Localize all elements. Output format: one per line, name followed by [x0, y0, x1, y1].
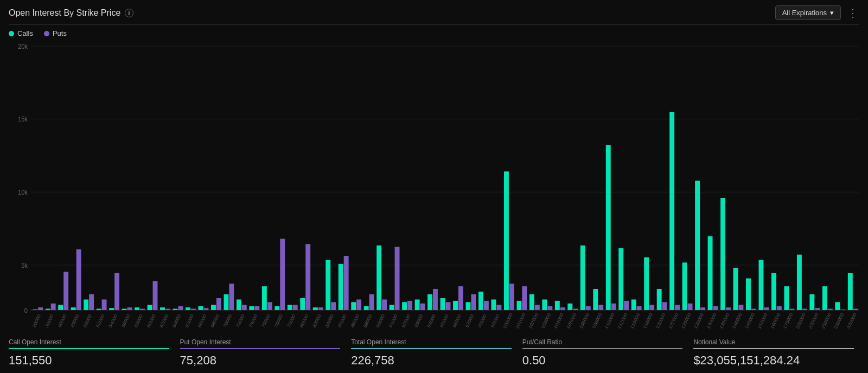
- svg-rect-80: [478, 292, 483, 310]
- legend: Calls Puts: [9, 25, 859, 40]
- svg-text:78000: 78000: [286, 313, 296, 329]
- info-icon[interactable]: ℹ: [125, 9, 133, 17]
- svg-text:220000: 220000: [808, 312, 819, 330]
- svg-text:20000: 20000: [31, 313, 42, 329]
- legend-puts: Puts: [44, 29, 67, 37]
- svg-rect-85: [509, 284, 514, 310]
- legend-calls: Calls: [9, 29, 33, 37]
- svg-rect-49: [280, 239, 285, 310]
- svg-rect-21: [102, 299, 107, 310]
- svg-text:108000: 108000: [591, 312, 603, 330]
- svg-rect-45: [254, 306, 259, 310]
- svg-text:160000: 160000: [769, 312, 781, 330]
- svg-rect-50: [288, 305, 292, 310]
- notional-label: Notional Value: [693, 338, 854, 346]
- svg-rect-14: [58, 305, 63, 310]
- svg-text:56000: 56000: [120, 313, 131, 329]
- svg-rect-23: [114, 273, 119, 310]
- svg-text:80000: 80000: [299, 313, 309, 329]
- svg-rect-86: [516, 301, 521, 310]
- svg-rect-117: [713, 306, 718, 310]
- expiry-dropdown[interactable]: All Expirations ▾: [775, 5, 841, 20]
- svg-text:98000: 98000: [477, 313, 488, 329]
- svg-text:130000: 130000: [706, 312, 717, 330]
- svg-rect-123: [751, 308, 756, 310]
- svg-text:65000: 65000: [184, 313, 195, 329]
- svg-rect-104: [631, 299, 636, 310]
- svg-rect-65: [382, 299, 387, 310]
- svg-rect-42: [237, 299, 241, 310]
- svg-rect-52: [300, 298, 305, 310]
- svg-rect-71: [420, 304, 425, 310]
- svg-text:96000: 96000: [452, 313, 462, 329]
- svg-rect-10: [33, 310, 37, 310]
- svg-rect-28: [148, 305, 152, 310]
- puts-label: Puts: [53, 29, 67, 37]
- chart-area: 20k 15k 10k 5k 0 20000300004000045000500…: [9, 40, 859, 333]
- svg-text:102000: 102000: [527, 312, 539, 330]
- svg-rect-98: [593, 289, 598, 310]
- more-menu-icon[interactable]: ⋮: [847, 7, 859, 20]
- svg-text:85000: 85000: [337, 313, 347, 329]
- svg-rect-32: [173, 308, 178, 310]
- stat-put-call: Put/Call Ratio 0.50: [517, 338, 688, 368]
- svg-rect-58: [339, 264, 343, 310]
- svg-rect-48: [275, 306, 279, 310]
- svg-rect-138: [848, 273, 853, 310]
- svg-rect-51: [293, 305, 298, 310]
- put-oi-underline: [180, 348, 341, 349]
- total-oi-underline: [351, 348, 512, 349]
- svg-rect-119: [726, 307, 731, 310]
- put-oi-value: 75,208: [180, 353, 341, 368]
- svg-rect-36: [199, 306, 203, 310]
- svg-text:140000: 140000: [731, 312, 743, 330]
- svg-rect-63: [369, 294, 374, 310]
- svg-rect-18: [84, 299, 88, 310]
- svg-rect-44: [249, 306, 254, 310]
- svg-rect-131: [802, 308, 807, 310]
- svg-rect-133: [815, 308, 820, 310]
- svg-rect-139: [853, 308, 858, 310]
- svg-text:30000: 30000: [44, 313, 54, 329]
- svg-text:50000: 50000: [82, 313, 93, 329]
- header: Open Interest By Strike Price ℹ All Expi…: [9, 5, 859, 25]
- stats-bar: Call Open Interest 151,550 Put Open Inte…: [9, 333, 859, 373]
- svg-rect-120: [733, 268, 738, 310]
- put-call-label: Put/Call Ratio: [522, 338, 683, 346]
- svg-text:128000: 128000: [693, 312, 705, 330]
- svg-text:93000: 93000: [413, 313, 424, 329]
- svg-text:84000: 84000: [324, 313, 335, 329]
- svg-rect-46: [262, 286, 267, 310]
- svg-text:103000: 103000: [540, 312, 552, 330]
- svg-rect-15: [63, 272, 68, 310]
- svg-rect-17: [76, 249, 81, 310]
- svg-rect-102: [618, 248, 623, 310]
- svg-rect-12: [46, 308, 50, 310]
- svg-text:20k: 20k: [18, 42, 28, 50]
- svg-text:15k: 15k: [18, 115, 28, 124]
- svg-text:97000: 97000: [464, 313, 475, 329]
- svg-rect-76: [453, 301, 458, 310]
- svg-rect-70: [415, 299, 420, 310]
- puts-dot: [44, 31, 49, 36]
- chevron-down-icon: ▾: [830, 9, 834, 17]
- calls-label: Calls: [17, 29, 33, 37]
- svg-rect-82: [491, 299, 496, 310]
- svg-rect-121: [738, 305, 743, 310]
- header-right: All Expirations ▾ ⋮: [775, 5, 859, 20]
- svg-rect-88: [529, 294, 534, 310]
- svg-rect-122: [746, 278, 751, 310]
- svg-text:105000: 105000: [566, 312, 577, 330]
- header-left: Open Interest By Strike Price ℹ: [9, 8, 133, 18]
- svg-rect-91: [547, 306, 552, 310]
- put-call-value: 0.50: [522, 353, 683, 368]
- svg-text:100000: 100000: [502, 312, 513, 330]
- svg-rect-79: [471, 294, 476, 310]
- svg-rect-126: [771, 273, 776, 310]
- svg-rect-135: [828, 308, 833, 310]
- svg-text:175000: 175000: [782, 312, 794, 330]
- svg-rect-26: [135, 307, 139, 310]
- svg-rect-69: [407, 301, 412, 310]
- svg-text:118000: 118000: [642, 312, 654, 330]
- page-title: Open Interest By Strike Price: [9, 8, 120, 18]
